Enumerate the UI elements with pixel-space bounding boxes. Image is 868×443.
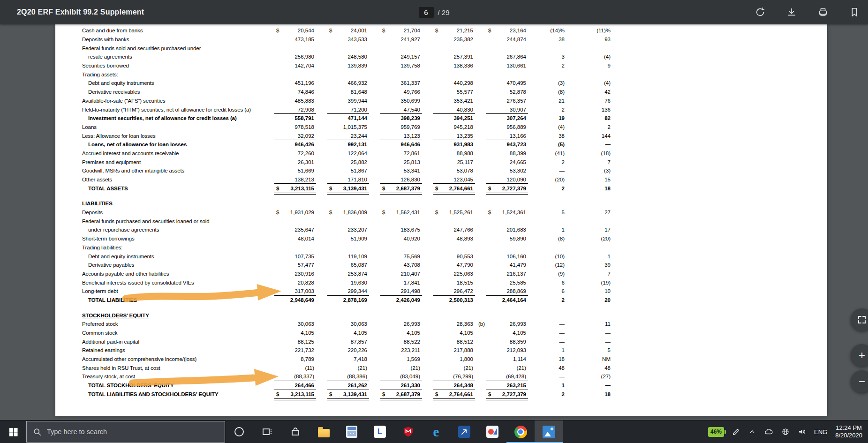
value-cell: 30,907 xyxy=(477,105,530,114)
store-icon xyxy=(290,426,301,437)
row-label: TOTAL ASSETS xyxy=(82,186,265,191)
value-cell: 52,878 xyxy=(477,88,530,97)
hidden-icons-button[interactable] xyxy=(748,428,756,435)
pct-cell: — xyxy=(568,337,614,346)
row-label: Loans xyxy=(82,124,265,130)
clock[interactable]: 12:24 PM 8/20/2020 xyxy=(835,424,862,439)
value-cell: 217,888 xyxy=(424,346,477,355)
value-cell: 43,708 xyxy=(371,261,424,270)
taskbar-app-mcafee[interactable] xyxy=(394,420,422,443)
row-label: TOTAL STOCKHOLDERS’ EQUITY xyxy=(82,383,265,388)
start-button[interactable] xyxy=(0,420,26,443)
l-app-icon: L xyxy=(374,426,386,438)
row-label: Securities borrowed xyxy=(82,63,265,68)
value-cell: 90,553 xyxy=(424,252,477,261)
battery-indicator[interactable]: 46% xyxy=(708,427,724,437)
row-label: Less: Allowance for loan losses xyxy=(82,133,265,139)
current-page-input[interactable]: 6 xyxy=(418,7,433,18)
rotate-button[interactable] xyxy=(753,5,767,19)
value-cell: 88,125 xyxy=(265,337,318,346)
pct-cell: 6 xyxy=(530,278,568,287)
value-cell: $21,704 xyxy=(371,26,424,35)
value-cell: 225,063 xyxy=(424,270,477,278)
taskbar-app-task-view[interactable] xyxy=(253,420,281,443)
table-row: Available-for-sale (“AFS”) securities485… xyxy=(82,97,827,105)
language-indicator[interactable]: ENG xyxy=(814,428,827,435)
pct-cell: (3) xyxy=(568,166,614,175)
value-cell: 256,980 xyxy=(265,53,318,61)
value-cell: 106,160 xyxy=(477,252,530,261)
task-view-icon xyxy=(262,426,273,437)
taskbar-search[interactable]: Type here to search xyxy=(26,421,225,443)
taskbar-app-l[interactable]: L xyxy=(366,420,394,443)
taskbar-app-store[interactable] xyxy=(281,420,309,443)
taskbar-app-blue[interactable] xyxy=(450,420,478,443)
pen-tray-button[interactable] xyxy=(732,428,740,436)
row-label: Other assets xyxy=(82,177,265,182)
value-cell: 261,262 xyxy=(318,381,371,390)
value-cell: 2,948,649 xyxy=(265,296,318,305)
page-indicator: 6 / 29 xyxy=(418,7,449,18)
value-cell: 47,540 xyxy=(371,105,424,114)
taskbar-app-photos[interactable] xyxy=(535,420,563,443)
value-cell: 343,533 xyxy=(318,35,371,44)
value-cell: 138,336 xyxy=(424,61,477,70)
value-cell: 88,988 xyxy=(424,149,477,158)
pct-cell: 15 xyxy=(568,175,614,184)
pct-cell: (4) xyxy=(568,79,614,88)
value-cell: 72,908 xyxy=(265,105,318,114)
taskbar-app-media[interactable] xyxy=(478,420,506,443)
row-label: Preferred stock xyxy=(82,321,265,327)
value-cell: 53,341 xyxy=(371,166,424,175)
network-globe-icon xyxy=(781,428,790,436)
value-cell: 350,699 xyxy=(371,97,424,105)
bookmark-button[interactable] xyxy=(847,5,861,19)
table-row: TOTAL LIABILITIES2,948,6492,878,1692,426… xyxy=(82,296,827,305)
pct-cell: 9 xyxy=(568,61,614,70)
volume-tray-button[interactable] xyxy=(798,428,806,436)
value-cell: 946,426 xyxy=(265,140,318,149)
zoom-out-button[interactable]: − xyxy=(851,370,868,393)
value-cell: 257,391 xyxy=(424,53,477,61)
download-button[interactable] xyxy=(785,5,799,19)
network-tray-button[interactable] xyxy=(781,428,790,436)
taskbar-app-file-explorer[interactable] xyxy=(309,420,338,443)
taskbar-app-cortana[interactable] xyxy=(225,420,253,443)
value-cell: 57,477 xyxy=(265,261,318,270)
zoom-in-button[interactable]: + xyxy=(851,344,868,367)
file-explorer-icon xyxy=(318,429,330,437)
bookmark-icon xyxy=(849,7,860,17)
value-cell: 2,500,313 xyxy=(424,296,477,305)
row-label: Federal funds sold and securities purcha… xyxy=(82,45,265,51)
blue-app-icon xyxy=(458,426,470,438)
search-placeholder: Type here to search xyxy=(47,428,107,435)
value-cell: 47,790 xyxy=(424,261,477,270)
value-cell: 317,003 xyxy=(265,287,318,296)
table-row: Debt and equity instruments451,196466,93… xyxy=(82,79,827,88)
pct-cell: 17 xyxy=(568,225,614,234)
table-row: Investment securities, net of allowance … xyxy=(82,114,827,123)
pct-cell: (14)% xyxy=(530,26,568,35)
taskbar-app-calculator[interactable] xyxy=(338,420,366,443)
fit-to-page-button[interactable] xyxy=(851,308,868,331)
value-cell: $1,931,029 xyxy=(265,208,318,217)
table-row: Long-term debt317,003299,344291,498296,4… xyxy=(82,287,827,296)
table-row: resale agreements256,980248,580249,15725… xyxy=(82,53,827,61)
print-button[interactable] xyxy=(816,5,830,19)
value-cell: 959,769 xyxy=(371,123,424,132)
pct-cell: (41) xyxy=(530,149,568,158)
table-row: Federal funds sold and securities purcha… xyxy=(82,44,827,53)
table-row: Premises and equipment26,30125,88225,813… xyxy=(82,158,827,166)
onedrive-tray-button[interactable] xyxy=(764,428,773,436)
value-cell: (21) xyxy=(371,363,424,372)
table-row: Federal funds purchased and securities l… xyxy=(82,217,827,225)
value-cell: 122,064 xyxy=(318,149,371,158)
taskbar-app-chrome[interactable] xyxy=(506,420,535,443)
pct-cell: 10 xyxy=(568,287,614,296)
table-row: Derivative receivables74,84681,64849,766… xyxy=(82,88,827,97)
value-cell: 4,105 xyxy=(318,329,371,338)
table-row: Deposits$1,931,029$1,836,009$1,562,431$1… xyxy=(82,208,827,217)
section-header-row: STOCKHOLDERS’ EQUITY xyxy=(82,311,827,320)
table-row: Loans, net of allowance for loan losses9… xyxy=(82,140,827,149)
taskbar-app-edge[interactable]: e xyxy=(422,420,450,443)
